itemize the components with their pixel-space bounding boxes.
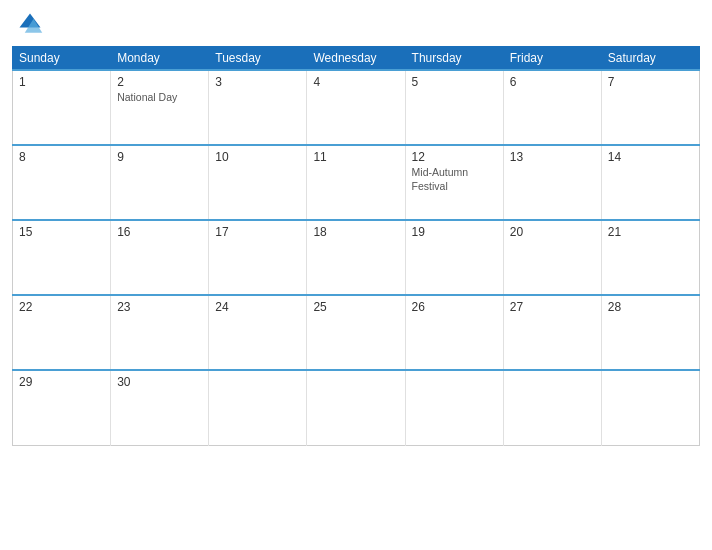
- logo: [16, 10, 46, 38]
- calendar-day-cell: 13: [503, 145, 601, 220]
- calendar-day-cell: 22: [13, 295, 111, 370]
- calendar-day-cell: [601, 370, 699, 445]
- calendar-day-cell: [405, 370, 503, 445]
- calendar-day-cell: 25: [307, 295, 405, 370]
- calendar-day-cell: 21: [601, 220, 699, 295]
- day-number: 7: [608, 75, 693, 89]
- calendar-week-row: 15161718192021: [13, 220, 700, 295]
- calendar-container: SundayMondayTuesdayWednesdayThursdayFrid…: [0, 0, 712, 550]
- day-number: 29: [19, 375, 104, 389]
- calendar-day-cell: [307, 370, 405, 445]
- day-number: 9: [117, 150, 202, 164]
- calendar-week-row: 12National Day34567: [13, 70, 700, 145]
- day-number: 6: [510, 75, 595, 89]
- day-number: 18: [313, 225, 398, 239]
- day-number: 4: [313, 75, 398, 89]
- day-number: 23: [117, 300, 202, 314]
- day-number: 3: [215, 75, 300, 89]
- day-number: 30: [117, 375, 202, 389]
- day-number: 20: [510, 225, 595, 239]
- calendar-day-cell: 6: [503, 70, 601, 145]
- calendar-day-cell: 3: [209, 70, 307, 145]
- calendar-day-cell: 27: [503, 295, 601, 370]
- day-number: 11: [313, 150, 398, 164]
- day-number: 26: [412, 300, 497, 314]
- calendar-day-cell: 30: [111, 370, 209, 445]
- calendar-day-cell: 19: [405, 220, 503, 295]
- day-number: 5: [412, 75, 497, 89]
- calendar-header-row: SundayMondayTuesdayWednesdayThursdayFrid…: [13, 47, 700, 71]
- calendar-day-cell: 10: [209, 145, 307, 220]
- calendar-day-cell: 7: [601, 70, 699, 145]
- calendar-day-cell: 29: [13, 370, 111, 445]
- calendar-day-cell: 17: [209, 220, 307, 295]
- calendar-day-cell: 4: [307, 70, 405, 145]
- logo-icon: [16, 10, 44, 38]
- calendar-day-cell: 28: [601, 295, 699, 370]
- calendar-day-cell: 8: [13, 145, 111, 220]
- day-number: 2: [117, 75, 202, 89]
- weekday-header-thursday: Thursday: [405, 47, 503, 71]
- calendar-day-cell: 2National Day: [111, 70, 209, 145]
- calendar-day-cell: 26: [405, 295, 503, 370]
- event-label: National Day: [117, 91, 202, 105]
- event-label: Mid-Autumn Festival: [412, 166, 497, 193]
- calendar-day-cell: [209, 370, 307, 445]
- calendar-table: SundayMondayTuesdayWednesdayThursdayFrid…: [12, 46, 700, 446]
- weekday-header-sunday: Sunday: [13, 47, 111, 71]
- day-number: 25: [313, 300, 398, 314]
- day-number: 17: [215, 225, 300, 239]
- day-number: 16: [117, 225, 202, 239]
- calendar-week-row: 22232425262728: [13, 295, 700, 370]
- calendar-day-cell: 11: [307, 145, 405, 220]
- day-number: 8: [19, 150, 104, 164]
- calendar-day-cell: [503, 370, 601, 445]
- calendar-day-cell: 5: [405, 70, 503, 145]
- weekday-header-saturday: Saturday: [601, 47, 699, 71]
- calendar-day-cell: 20: [503, 220, 601, 295]
- day-number: 21: [608, 225, 693, 239]
- calendar-day-cell: 15: [13, 220, 111, 295]
- calendar-week-row: 2930: [13, 370, 700, 445]
- calendar-header: [12, 10, 700, 38]
- calendar-day-cell: 9: [111, 145, 209, 220]
- day-number: 28: [608, 300, 693, 314]
- day-number: 12: [412, 150, 497, 164]
- day-number: 15: [19, 225, 104, 239]
- calendar-day-cell: 18: [307, 220, 405, 295]
- day-number: 13: [510, 150, 595, 164]
- calendar-day-cell: 12Mid-Autumn Festival: [405, 145, 503, 220]
- weekday-header-tuesday: Tuesday: [209, 47, 307, 71]
- day-number: 22: [19, 300, 104, 314]
- calendar-day-cell: 1: [13, 70, 111, 145]
- calendar-day-cell: 24: [209, 295, 307, 370]
- day-number: 1: [19, 75, 104, 89]
- day-number: 24: [215, 300, 300, 314]
- day-number: 27: [510, 300, 595, 314]
- calendar-day-cell: 23: [111, 295, 209, 370]
- weekday-header-monday: Monday: [111, 47, 209, 71]
- day-number: 14: [608, 150, 693, 164]
- calendar-day-cell: 14: [601, 145, 699, 220]
- calendar-day-cell: 16: [111, 220, 209, 295]
- calendar-week-row: 89101112Mid-Autumn Festival1314: [13, 145, 700, 220]
- day-number: 10: [215, 150, 300, 164]
- weekday-header-friday: Friday: [503, 47, 601, 71]
- weekday-header-wednesday: Wednesday: [307, 47, 405, 71]
- day-number: 19: [412, 225, 497, 239]
